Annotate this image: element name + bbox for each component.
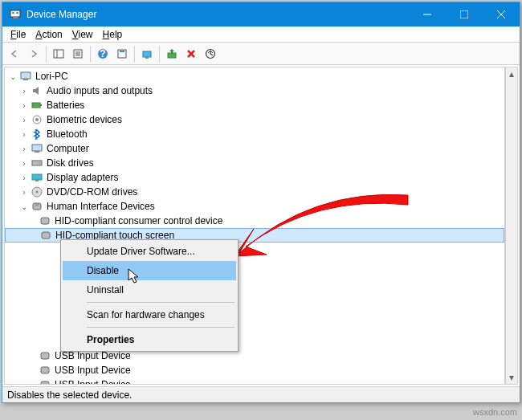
- svg-rect-1: [12, 12, 14, 14]
- scan-hardware-button[interactable]: [138, 45, 156, 63]
- update-driver-button[interactable]: [163, 45, 181, 63]
- expander-icon[interactable]: ›: [19, 86, 29, 96]
- hid-device-icon: [39, 229, 52, 242]
- expander-icon[interactable]: ›: [19, 129, 29, 139]
- tree-item-batteries[interactable]: ›Batteries: [5, 98, 504, 112]
- help-button[interactable]: ?: [94, 45, 112, 63]
- tree-label: DVD/CD-ROM drives: [47, 186, 137, 198]
- menu-scan-hardware[interactable]: Scan for hardware changes: [63, 305, 236, 324]
- tree-label: Lori-PC: [35, 71, 68, 82]
- hid-device-icon: [39, 378, 51, 385]
- computer-icon: [19, 70, 32, 83]
- expander-icon[interactable]: ›: [19, 158, 29, 168]
- tree-item-usb-input[interactable]: USB Input Device: [5, 363, 504, 377]
- disable-button[interactable]: [202, 45, 219, 63]
- action-button[interactable]: [113, 45, 131, 63]
- expander-icon[interactable]: ›: [19, 144, 29, 153]
- svg-rect-31: [35, 151, 39, 153]
- menu-view[interactable]: View: [67, 27, 98, 42]
- app-icon: [9, 8, 22, 21]
- menu-uninstall[interactable]: Uninstall: [63, 280, 236, 300]
- forward-button[interactable]: [25, 45, 43, 63]
- vertical-scrollbar[interactable]: ▴ ▾: [505, 67, 518, 385]
- svg-rect-24: [21, 72, 31, 79]
- bluetooth-icon: [31, 128, 43, 141]
- tree-item-hid-consumer[interactable]: HID-compliant consumer control device: [5, 214, 504, 228]
- computer-icon: [31, 142, 43, 155]
- context-menu: Update Driver Software... Disable Uninst…: [60, 239, 239, 352]
- tree-item-bluetooth[interactable]: ›Bluetooth: [5, 127, 504, 141]
- expander-icon[interactable]: ›: [19, 115, 29, 124]
- expander-icon[interactable]: ⌄: [8, 71, 18, 81]
- tree-item-audio[interactable]: ›Audio inputs and outputs: [5, 84, 504, 98]
- tree-item-computer[interactable]: ›Computer: [5, 141, 504, 156]
- back-button[interactable]: [6, 45, 23, 63]
- svg-rect-32: [32, 161, 42, 165]
- svg-text:?: ?: [100, 48, 105, 59]
- scroll-down-button[interactable]: ▾: [506, 371, 517, 384]
- svg-rect-19: [145, 57, 149, 59]
- menubar: File Action View Help: [2, 27, 520, 43]
- menu-action[interactable]: Action: [31, 27, 67, 42]
- menu-file[interactable]: File: [6, 27, 31, 42]
- svg-rect-40: [41, 218, 49, 224]
- hid-device-icon: [39, 364, 51, 377]
- expander-icon[interactable]: ›: [19, 173, 29, 182]
- tree-item-disk-drives[interactable]: ›Disk drives: [5, 156, 504, 170]
- tree-label: USB Input Device: [55, 365, 131, 376]
- window-controls: [409, 2, 520, 27]
- tree-label: USB Input Device: [55, 379, 131, 385]
- statusbar-text: Disables the selected device.: [7, 389, 132, 401]
- tree-label: Computer: [47, 143, 89, 154]
- tree-label: HID-compliant consumer control device: [55, 215, 222, 226]
- statusbar: Disables the selected device.: [2, 386, 520, 402]
- tree-label: Display adapters: [47, 172, 118, 183]
- svg-rect-2: [16, 12, 18, 14]
- hid-icon: [31, 200, 43, 213]
- tree-label: Bluetooth: [47, 128, 88, 140]
- watermark: wsxdn.com: [473, 407, 517, 417]
- tree-item-usb-input[interactable]: USB Input Device: [5, 377, 504, 385]
- tree-root[interactable]: ⌄ Lori-PC: [5, 69, 504, 84]
- menu-update-driver[interactable]: Update Driver Software...: [63, 242, 236, 261]
- svg-rect-5: [460, 10, 468, 18]
- svg-point-29: [35, 118, 39, 121]
- svg-point-33: [39, 162, 40, 164]
- svg-rect-8: [54, 50, 63, 58]
- tree-label: Audio inputs and outputs: [47, 85, 153, 96]
- tree-item-display[interactable]: ›Display adapters: [5, 170, 504, 185]
- scroll-up-button[interactable]: ▴: [506, 67, 517, 80]
- tree-item-hid[interactable]: ⌄Human Interface Devices: [5, 199, 504, 214]
- menu-separator: [87, 327, 234, 328]
- tree-label: Biometric devices: [47, 114, 122, 125]
- show-hide-tree-button[interactable]: [50, 45, 67, 63]
- menu-help[interactable]: Help: [98, 27, 128, 42]
- svg-rect-38: [33, 203, 41, 210]
- close-button[interactable]: [483, 2, 520, 27]
- tree-item-biometric[interactable]: ›Biometric devices: [5, 112, 504, 127]
- menu-separator: [87, 302, 234, 303]
- svg-rect-42: [41, 353, 49, 359]
- tree-item-dvd[interactable]: ›DVD/CD-ROM drives: [5, 185, 504, 199]
- tree-label: Batteries: [47, 100, 84, 111]
- menu-disable[interactable]: Disable: [63, 261, 236, 280]
- properties-button[interactable]: [69, 45, 87, 63]
- svg-rect-34: [32, 174, 42, 180]
- menu-properties[interactable]: Properties: [63, 330, 236, 349]
- svg-rect-3: [13, 17, 18, 18]
- titlebar: Device Manager: [2, 2, 520, 27]
- minimize-button[interactable]: [409, 2, 446, 27]
- svg-rect-44: [41, 381, 49, 385]
- biometric-icon: [31, 113, 43, 126]
- expander-icon[interactable]: ⌄: [19, 202, 29, 211]
- tree-label: Human Interface Devices: [47, 201, 155, 212]
- window-title: Device Manager: [27, 9, 409, 20]
- expander-icon[interactable]: ›: [19, 187, 29, 197]
- svg-rect-35: [35, 180, 39, 181]
- svg-rect-30: [32, 145, 42, 151]
- maximize-button[interactable]: [446, 2, 483, 27]
- expander-icon[interactable]: ›: [19, 100, 29, 110]
- uninstall-button[interactable]: [182, 45, 200, 63]
- svg-rect-26: [32, 103, 40, 108]
- tree-label: USB Input Device: [55, 350, 131, 361]
